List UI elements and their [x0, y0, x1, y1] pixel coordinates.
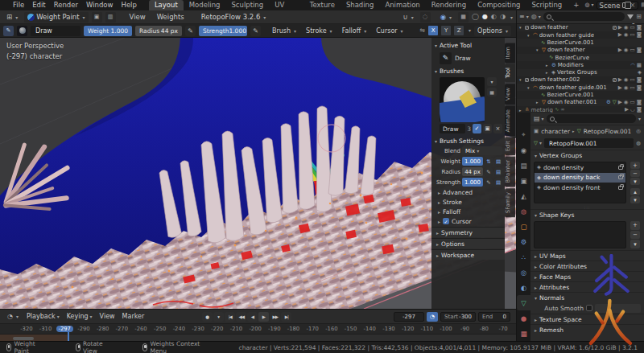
- menu-render[interactable]: Render: [50, 0, 82, 10]
- tab-view-layer[interactable]: ▣: [517, 173, 530, 188]
- tab-output[interactable]: ▤: [517, 158, 530, 173]
- play-reverse-button[interactable]: ◀: [247, 312, 258, 322]
- browse-scene-icon[interactable]: ◍: [584, 2, 593, 8]
- strength-slider-sidebar[interactable]: 1.000: [462, 178, 483, 187]
- active-tool-section[interactable]: Active Tool: [435, 40, 502, 50]
- brush-browse-button[interactable]: ▾: [487, 77, 497, 86]
- add-shape-key-button[interactable]: +: [630, 221, 640, 230]
- mirror-z-toggle[interactable]: Z: [454, 26, 464, 35]
- strength-unified-toggle[interactable]: ▤: [494, 178, 502, 187]
- mirror-dropdown[interactable]: [467, 27, 471, 34]
- workspace-tab-shading[interactable]: Shading: [341, 0, 380, 10]
- duplicate-brush-button[interactable]: ▣: [483, 124, 492, 133]
- tab-object[interactable]: ▢: [517, 219, 530, 234]
- menu-marker[interactable]: Marker: [120, 313, 147, 320]
- mirror-x-toggle[interactable]: X: [428, 26, 438, 35]
- browse-viewlayer-icon[interactable]: ▤: [641, 2, 644, 8]
- current-frame-field[interactable]: -297: [394, 312, 424, 322]
- uv-maps-section[interactable]: UV Maps: [530, 250, 644, 261]
- properties-search-input[interactable]: [547, 114, 636, 123]
- pin-icon[interactable]: ◎: [636, 129, 641, 134]
- lock-icon[interactable]: [618, 166, 623, 170]
- retopoflow-menu[interactable]: RetopoFlow 3.2.6: [198, 12, 270, 23]
- active-tool-row[interactable]: ✎ Draw: [435, 50, 502, 66]
- vertex-group-item-selected[interactable]: ◈ down density back: [535, 173, 625, 183]
- menu-playback[interactable]: Playback: [24, 313, 62, 320]
- hide-icon[interactable]: ◉: [624, 25, 629, 31]
- current-frame-badge[interactable]: -297: [55, 325, 74, 333]
- tab-particles[interactable]: ∴: [517, 249, 530, 265]
- filter-icon[interactable]: [627, 14, 634, 19]
- attributes-section[interactable]: Attributes: [530, 281, 644, 292]
- frame-end-field[interactable]: End0: [478, 312, 510, 322]
- add-vertex-group-button[interactable]: +: [630, 162, 640, 169]
- falloff-dropdown[interactable]: Falloff: [339, 26, 370, 36]
- auto-keying-toggle[interactable]: ●: [202, 312, 213, 322]
- tab-tool[interactable]: ⌖: [517, 127, 530, 142]
- brush-name-field-sidebar[interactable]: Draw: [440, 124, 465, 133]
- render-disable-icon[interactable]: ◙: [637, 25, 642, 31]
- sidebar-tab-tool[interactable]: Tool: [505, 64, 515, 82]
- outliner-row-data[interactable]: ∿ BezierCurve.001: [517, 91, 644, 98]
- vertex-mask-toggle[interactable]: ▥: [105, 12, 116, 23]
- sidebar-tab-view[interactable]: View: [505, 84, 515, 105]
- color-attributes-section[interactable]: Color Attributes: [530, 261, 644, 271]
- shading-wireframe-icon[interactable]: ◯: [472, 14, 479, 20]
- tab-physics[interactable]: ◎: [517, 265, 530, 280]
- timeline-ruler[interactable]: -320 -310 -297 -290 -280 -270 -260 -250 …: [0, 324, 516, 335]
- tab-render[interactable]: ◉: [517, 142, 530, 158]
- outliner-editor-type-button[interactable]: ≡: [519, 14, 529, 20]
- vertex-groups-section[interactable]: Vertex Groups: [530, 150, 644, 160]
- remesh-section[interactable]: Remesh: [530, 324, 644, 335]
- sidebar-tab-edit[interactable]: Edit: [505, 137, 515, 155]
- mirror-y-toggle[interactable]: Y: [441, 26, 451, 35]
- options-dropdown[interactable]: Options: [474, 26, 511, 36]
- cursor-checkbox[interactable]: ✓: [443, 218, 449, 224]
- outliner-row-modifiers[interactable]: ▸⚙ Modifiers ◠▦: [517, 61, 644, 68]
- outliner-display-mode[interactable]: ◍: [531, 14, 541, 20]
- timeline-scrollbar[interactable]: [13, 337, 34, 340]
- proportional-editing-toggle[interactable]: ◌: [420, 12, 431, 23]
- editor-type-button[interactable]: ⊞: [3, 12, 21, 23]
- workspace-tab-texture-paint[interactable]: Texture Paint: [304, 0, 341, 10]
- weight-slider[interactable]: Weight 1.000: [84, 26, 132, 36]
- radius-unified-toggle[interactable]: ▤: [494, 167, 502, 176]
- selectable-icon[interactable]: ▶: [618, 25, 622, 31]
- new-collection-button[interactable]: ⊞: [636, 14, 642, 20]
- workspace-tab-modeling[interactable]: Modeling: [184, 0, 226, 10]
- outliner-row-object[interactable]: ▸▽ down feather.001 ⚙▽▶◉▭◙: [517, 99, 644, 106]
- brush-texture-icon[interactable]: ▦: [487, 88, 497, 96]
- tab-material[interactable]: ●: [517, 310, 530, 326]
- auto-smooth-angle-slider[interactable]: [595, 304, 641, 313]
- add-workspace-button[interactable]: +: [568, 0, 584, 10]
- xray-toggle[interactable]: ▦: [458, 12, 469, 23]
- vertex-group-specials-button[interactable]: ▾: [630, 178, 640, 185]
- scene-selector[interactable]: Scene ×: [597, 1, 639, 10]
- exclude-checkbox[interactable]: ✓: [613, 26, 617, 30]
- shading-rendered-icon[interactable]: ◑: [500, 14, 506, 20]
- outliner-row-data[interactable]: ∿ BezierCurve.001: [517, 39, 644, 46]
- tab-object-data[interactable]: ▽: [517, 295, 530, 310]
- workspace-tab-layout[interactable]: Layout: [149, 0, 184, 10]
- outliner-row-data[interactable]: ∿ BezierCurve: [517, 54, 644, 61]
- lock-icon[interactable]: [618, 175, 623, 179]
- falloff-subpanel[interactable]: Falloff: [435, 207, 502, 216]
- collection-checkbox[interactable]: ✓: [525, 26, 529, 30]
- mode-selector[interactable]: Weight Paint: [24, 12, 88, 23]
- new-scene-icon[interactable]: [622, 2, 627, 8]
- move-up-button[interactable]: ▴: [630, 188, 640, 195]
- outliner-row-vertex-groups[interactable]: ▸◈ Vertex Groups ◈: [517, 69, 644, 76]
- weight-unified-toggle[interactable]: ▤: [494, 157, 502, 166]
- remove-shape-key-button[interactable]: −: [630, 231, 640, 240]
- viewport-disable-icon[interactable]: ▭: [630, 25, 635, 31]
- advanced-subpanel[interactable]: Advanced: [435, 187, 502, 197]
- outliner-row-collection[interactable]: ▾✓ down feather ✓▶◉▭◙: [517, 24, 644, 31]
- active-brush-icon[interactable]: ✎: [3, 26, 14, 36]
- outliner-row-object[interactable]: ▾◠ down feather guide.001 ▶◉▭◙: [517, 84, 644, 91]
- blend-dropdown[interactable]: Mix: [462, 146, 502, 155]
- strength-pressure-toggle[interactable]: ✎: [485, 178, 493, 187]
- play-button[interactable]: ▶: [258, 312, 269, 322]
- workspace-panel[interactable]: Workspace: [431, 249, 505, 260]
- weight-unified-icon[interactable]: ⇅: [485, 157, 493, 166]
- menu-help[interactable]: Help: [117, 0, 140, 10]
